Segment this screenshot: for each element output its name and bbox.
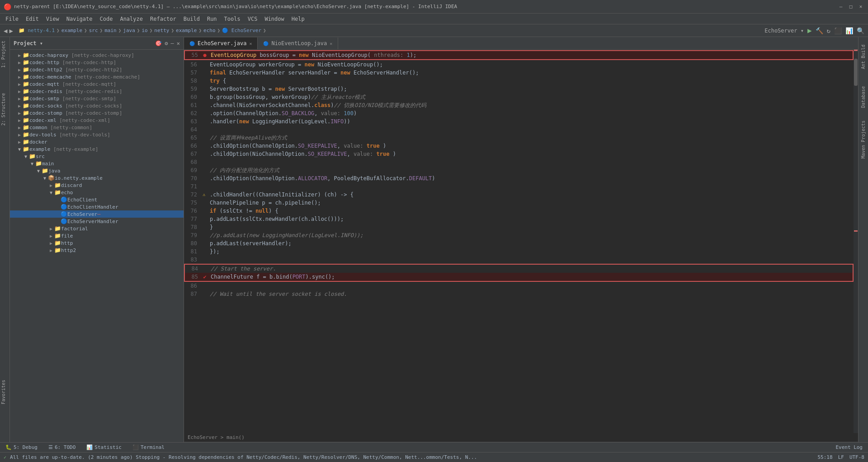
code-line-81: 81 }); [184, 247, 854, 256]
code-line-79: 79 //p.addLast(new LoggingHandler(LogLev… [184, 231, 854, 239]
toolbar-terminal[interactable]: ⬛ Terminal [131, 444, 166, 450]
code-line-68: 68 [184, 158, 854, 166]
title-text: netty-parent [E:\IDEA\netty_source_code\… [14, 4, 457, 9]
menu-window[interactable]: Window [261, 15, 288, 23]
minimize-button[interactable]: — [837, 3, 844, 10]
breadcrumb-example[interactable]: example [61, 28, 82, 33]
menu-help[interactable]: Help [288, 15, 308, 23]
tree-item-http[interactable]: ▶📁 http [10, 239, 184, 247]
panel-close-button[interactable]: — [171, 40, 174, 47]
tree-item-codec-xml[interactable]: ▶📁 codec-xml [netty-codec-xml] [10, 117, 184, 124]
menu-build[interactable]: Build [180, 15, 203, 23]
menu-file[interactable]: File [2, 15, 22, 23]
breadcrumb-netty[interactable]: netty [154, 28, 169, 33]
sidebar-maven[interactable]: Maven Projects [861, 119, 866, 160]
tree-item-codec-socks[interactable]: ▶📁 codec-socks [netty-codec-socks] [10, 102, 184, 109]
menu-navigate[interactable]: Navigate [63, 15, 96, 23]
stop-button[interactable]: ⬛ [834, 27, 842, 34]
breadcrumb-main[interactable]: main [104, 28, 117, 33]
close-button[interactable]: ✕ [857, 3, 864, 10]
build-button[interactable]: 🔨 [816, 27, 823, 34]
tree-item-file[interactable]: ▶📁 file [10, 232, 184, 239]
toolbar-statistic[interactable]: 📊 Statistic [85, 444, 123, 450]
tree-item-echoserverhandler[interactable]: ▶🔵 EchoServerHandler [10, 218, 184, 225]
status-bar-left: ✓ All files are up-to-date. (2 minutes a… [4, 454, 488, 460]
tab-echoserver-close[interactable]: ✕ [249, 41, 252, 46]
right-scrollbar[interactable] [854, 50, 858, 433]
project-panel-header: Project ▾ 🎯 ⚙ — ✕ [10, 37, 184, 50]
status-lf[interactable]: LF [838, 454, 844, 460]
sidebar-structure-tab[interactable]: 2: Structure [0, 89, 9, 129]
tree-item-codec-memcache[interactable]: ▶📁 codec-memcache [netty-codec-memcache] [10, 73, 184, 80]
breadcrumb-echo[interactable]: echo [203, 28, 216, 33]
toolbar-todo[interactable]: ☰ 6: TODO [47, 444, 77, 450]
code-line-59: 59 ServerBootstrap b = new ServerBootstr… [184, 85, 854, 93]
tree-item-echoclient[interactable]: ▶🔵 EchoClient [10, 196, 184, 203]
panel-locate-button[interactable]: 🎯 [155, 40, 162, 47]
breadcrumb-io[interactable]: io [142, 28, 147, 33]
run-config-selector[interactable]: EchoServer ▾ [764, 28, 804, 34]
tree-item-codec-mqtt[interactable]: ▶📁 codec-mqtt [netty-codec-mqtt] [10, 80, 184, 88]
tab-nioeventloop-close[interactable]: ✕ [330, 41, 332, 46]
breadcrumb-echoserver[interactable]: 🔵 EchoServer [222, 28, 261, 33]
toolbar-debug[interactable]: 🐛 5: Debug [4, 444, 39, 450]
tree-item-echoclienthandler[interactable]: ▶🔵 EchoClientHandler [10, 203, 184, 210]
sidebar-favorites-tab[interactable]: Favorites [0, 376, 10, 408]
tree-item-http2[interactable]: ▶📁 http2 [10, 247, 184, 254]
nav-back-button[interactable]: ◀ [4, 27, 7, 34]
code-editor: 55 ● EventLoopGroup bossGroup = new NioE… [184, 50, 858, 433]
tree-item-codec-haproxy[interactable]: ▶📁 codec-haproxy [netty-codec-haproxy] [10, 51, 184, 59]
tree-item-factorial[interactable]: ▶📁 factorial [10, 225, 184, 232]
tab-nioeventloop[interactable]: 🔵 NioEventLoop.java ✕ [258, 37, 338, 49]
menu-refactor[interactable]: Refactor [146, 15, 180, 23]
coverage-button[interactable]: 📊 [845, 27, 853, 34]
tree-item-codec-redis[interactable]: ▶📁 codec-redis [netty-codec-redis] [10, 88, 184, 95]
breadcrumb-src[interactable]: src [89, 28, 98, 33]
maximize-button[interactable]: □ [847, 3, 854, 10]
run-button[interactable]: ▶ [807, 26, 812, 35]
debug-icon: 🐛 [5, 444, 12, 450]
debug-label: 5: Debug [14, 444, 38, 450]
panel-minimize-button[interactable]: ✕ [177, 40, 180, 47]
status-encoding[interactable]: UTF-8 [849, 454, 864, 460]
breadcrumb-example2[interactable]: example [176, 28, 197, 33]
breadcrumb-java[interactable]: java [123, 28, 135, 33]
project-panel-title: Project ▾ [14, 40, 43, 47]
tree-item-docker[interactable]: ▶📁 docker [10, 138, 184, 145]
menu-edit[interactable]: Edit [22, 15, 42, 23]
tree-item-codec-stomp[interactable]: ▶📁 codec-stomp [netty-codec-stomp] [10, 109, 184, 117]
todo-icon: ☰ [48, 444, 53, 450]
tree-item-io-netty[interactable]: ▼📦 io.netty.example [10, 174, 184, 182]
tree-item-echoserver[interactable]: ▶🔵 EchoServer – [10, 210, 184, 218]
tree-item-java[interactable]: ▼📁 java [10, 167, 184, 174]
sidebar-project-tab[interactable]: 1: Project [0, 37, 9, 71]
menu-run[interactable]: Run [203, 15, 221, 23]
reload-button[interactable]: ↻ [827, 27, 830, 34]
search-everywhere-button[interactable]: 🔍 [857, 27, 864, 34]
sidebar-ant-build[interactable]: Ant Build [861, 39, 866, 75]
tree-item-codec-http2[interactable]: ▶📁 codec-http2 [netty-codec-http2] [10, 66, 184, 73]
tree-item-dev-tools[interactable]: ▶📁 dev-tools [netty-dev-tools] [10, 131, 184, 138]
tree-item-discard[interactable]: ▶📁 discard [10, 182, 184, 189]
tree-item-codec-smtp[interactable]: ▶📁 codec-smtp [netty-codec-smtp] [10, 95, 184, 102]
scroll-thumb[interactable] [854, 59, 858, 86]
menu-analyze[interactable]: Analyze [116, 15, 146, 23]
tree-item-codec-http[interactable]: ▶📁 codec-http [netty-codec-http] [10, 59, 184, 66]
tree-item-common[interactable]: ▶📁 common [netty-common] [10, 124, 184, 131]
menu-view[interactable]: View [42, 15, 63, 23]
menu-tools[interactable]: Tools [221, 15, 244, 23]
tree-item-echo[interactable]: ▼📁 echo [10, 189, 184, 196]
code-line-69: 69 // 内存分配使用池化的方式 [184, 166, 854, 174]
menu-vcs[interactable]: VCS [244, 15, 261, 23]
breadcrumb-module[interactable]: 📁 netty-4.1 [19, 28, 55, 33]
tree-item-main[interactable]: ▼📁 main [10, 160, 184, 167]
code-content[interactable]: 55 ● EventLoopGroup bossGroup = new NioE… [184, 50, 854, 433]
tab-echoserver[interactable]: 🔵 EchoServer.java ✕ [184, 37, 258, 49]
toolbar-event-log[interactable]: Event Log [834, 444, 864, 450]
panel-options-button[interactable]: ⚙ [165, 40, 168, 47]
nav-forward-button[interactable]: ▶ [9, 27, 13, 34]
tree-item-example[interactable]: ▼📁 example [netty-example] [10, 145, 184, 153]
tree-item-src[interactable]: ▼📁 src [10, 153, 184, 160]
menu-code[interactable]: Code [96, 15, 117, 23]
sidebar-database[interactable]: Database [861, 81, 866, 113]
